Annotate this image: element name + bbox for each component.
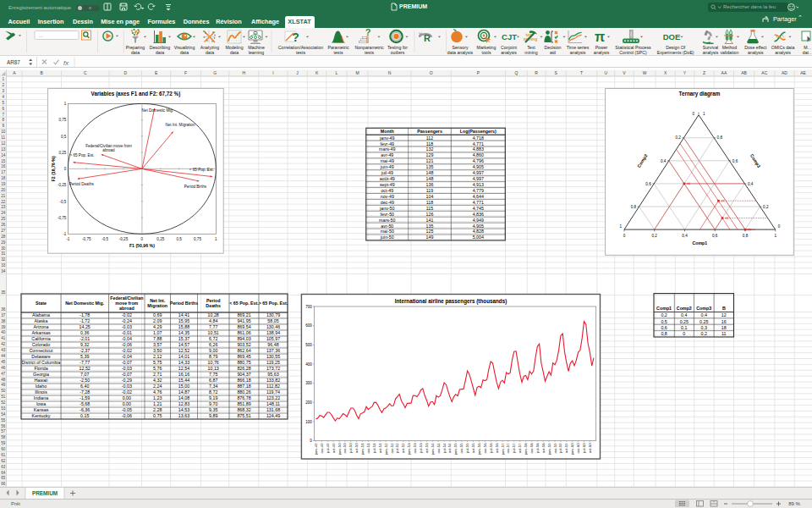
svg-text:104: 104	[426, 194, 434, 199]
svg-text:California: California	[31, 336, 50, 341]
svg-text:5,76: 5,76	[153, 366, 162, 371]
svg-text:6,87: 6,87	[209, 378, 217, 383]
svg-text:887,18: 887,18	[237, 384, 250, 389]
svg-text:96,48: 96,48	[267, 342, 278, 347]
svg-text:Month: Month	[381, 129, 394, 134]
svg-text:880,26: 880,26	[237, 389, 250, 395]
svg-text:0,75: 0,75	[153, 413, 162, 418]
svg-text:125: 125	[426, 229, 434, 234]
svg-text:4,779: 4,779	[473, 188, 484, 193]
svg-text:0: 0	[683, 331, 685, 336]
svg-text:861,06: 861,06	[237, 330, 250, 335]
svg-text:Migration: Migration	[147, 303, 167, 308]
svg-text:12,52: 12,52	[80, 366, 91, 371]
svg-text:9,00: 9,00	[209, 348, 217, 353]
svg-text:0,6: 0,6	[661, 325, 667, 330]
svg-text:869,54: 869,54	[237, 324, 250, 329]
svg-text:févr-50: févr-50	[381, 212, 395, 217]
svg-text:14,41: 14,41	[178, 312, 189, 318]
svg-text:869,21: 869,21	[237, 312, 250, 318]
svg-text:7,75: 7,75	[209, 372, 217, 377]
svg-text:-0,04: -0,04	[122, 354, 132, 359]
svg-text:3,50: 3,50	[153, 348, 162, 353]
svg-text:Comp2: Comp2	[677, 306, 692, 311]
svg-text:2,09: 2,09	[153, 318, 162, 323]
svg-text:-0,02: -0,02	[122, 389, 132, 395]
svg-text:118: 118	[426, 200, 433, 205]
svg-text:9,32: 9,32	[80, 342, 89, 347]
svg-text:mars-49: mars-49	[379, 146, 395, 152]
svg-text:112: 112	[426, 135, 433, 141]
svg-text:9,35: 9,35	[209, 407, 217, 412]
svg-text:-0,01: -0,01	[122, 330, 132, 335]
svg-text:15,37: 15,37	[178, 336, 189, 341]
svg-text:-0,03: -0,03	[122, 384, 132, 389]
svg-text:6,40: 6,40	[80, 384, 89, 389]
svg-text:août-49: août-49	[380, 176, 395, 181]
svg-text:14,33: 14,33	[178, 360, 189, 365]
svg-text:875,51: 875,51	[237, 413, 250, 418]
svg-text:-7,28: -7,28	[80, 389, 90, 395]
svg-text:State: State	[36, 301, 47, 306]
svg-text:-0,07: -0,07	[122, 372, 132, 377]
svg-text:5,75: 5,75	[153, 360, 162, 365]
svg-text:15,95: 15,95	[178, 318, 189, 323]
svg-text:0,25: 0,25	[680, 319, 689, 324]
svg-text:Kentucky: Kentucky	[32, 413, 51, 418]
svg-text:4,883: 4,883	[473, 146, 484, 152]
svg-text:-0,03: -0,03	[122, 366, 132, 371]
svg-text:-0,06: -0,06	[122, 413, 132, 418]
svg-text:4,745: 4,745	[473, 206, 484, 211]
svg-text:-2,01: -2,01	[80, 336, 90, 341]
svg-text:4,860: 4,860	[473, 152, 484, 157]
svg-text:-2,50: -2,50	[80, 378, 90, 383]
svg-text:9,70: 9,70	[209, 401, 217, 406]
svg-text:15,88: 15,88	[178, 324, 189, 329]
svg-text:119,74: 119,74	[266, 389, 280, 395]
svg-text:Indiana: Indiana	[34, 395, 48, 400]
svg-text:4,949: 4,949	[473, 218, 484, 223]
svg-text:0,2: 0,2	[661, 312, 667, 318]
svg-text:4,836: 4,836	[473, 212, 484, 217]
svg-text:4,796: 4,796	[473, 158, 484, 163]
svg-text:Passengers: Passengers	[417, 129, 442, 134]
svg-text:136: 136	[426, 182, 434, 187]
svg-text:9,89: 9,89	[209, 413, 217, 418]
svg-text:58,05: 58,05	[267, 318, 278, 323]
svg-text:Connecticut: Connecticut	[30, 348, 53, 353]
svg-text:89 %: 89 %	[788, 501, 800, 506]
svg-text:876,78: 876,78	[237, 395, 250, 400]
svg-text:mai-50: mai-50	[381, 229, 394, 234]
svg-text:-1,78: -1,78	[80, 312, 90, 318]
svg-text:1,21: 1,21	[153, 401, 162, 406]
svg-text:18: 18	[721, 325, 727, 330]
svg-text:-0,03: -0,03	[122, 324, 132, 329]
svg-text:0,25: 0,25	[700, 319, 708, 324]
svg-text:0,36: 0,36	[80, 330, 89, 335]
svg-text:0,5: 0,5	[661, 319, 667, 324]
svg-text:-0,05: -0,05	[122, 407, 132, 412]
svg-text:2,71: 2,71	[153, 372, 162, 377]
svg-text:130,55: 130,55	[266, 354, 280, 359]
svg-text:0,4: 0,4	[701, 312, 707, 318]
svg-text:126: 126	[426, 212, 434, 217]
svg-text:4,771: 4,771	[473, 141, 484, 146]
svg-text:Delaware: Delaware	[31, 354, 50, 359]
svg-text:4,905: 4,905	[473, 224, 484, 229]
svg-text:Alaska: Alaska	[35, 318, 48, 323]
svg-text:Arkansas: Arkansas	[31, 330, 50, 335]
svg-text:135: 135	[426, 164, 434, 169]
svg-text:851,89: 851,89	[237, 401, 250, 406]
svg-text:129: 129	[426, 152, 434, 157]
svg-text:B: B	[722, 306, 726, 311]
svg-text:14,08: 14,08	[178, 395, 189, 400]
svg-text:4,997: 4,997	[473, 176, 484, 181]
svg-text:0,00: 0,00	[123, 401, 131, 406]
svg-text:< 65 Pop. Est.: < 65 Pop. Est.	[229, 301, 259, 306]
svg-text:févr-49: févr-49	[381, 141, 395, 146]
svg-text:-0,07: -0,07	[122, 360, 132, 365]
svg-text:4,718: 4,718	[473, 135, 484, 141]
svg-text:-0,02: -0,02	[122, 312, 132, 318]
svg-text:16,16: 16,16	[178, 372, 189, 377]
svg-text:118: 118	[426, 141, 433, 146]
